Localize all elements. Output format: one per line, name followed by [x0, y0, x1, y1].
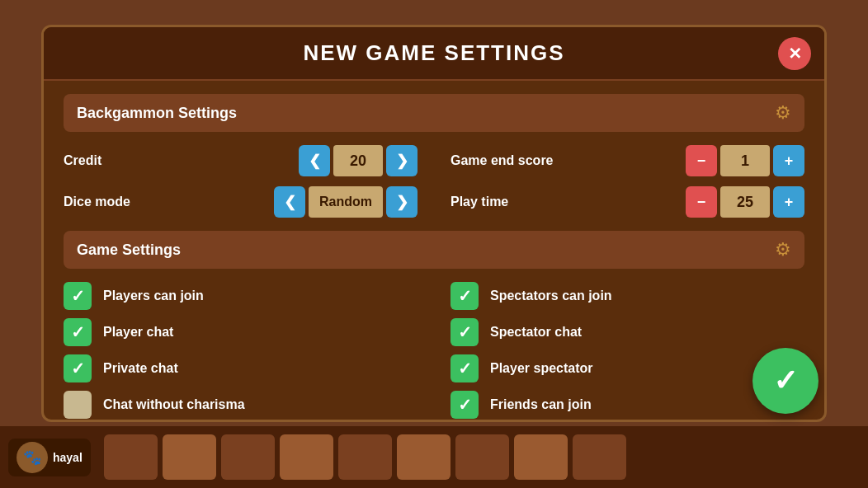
checkbox-3[interactable]: ✓: [451, 318, 479, 346]
checkbox-row: ✓Players can join: [64, 282, 417, 310]
checkbox-row: ✓Spectators can join: [451, 282, 804, 310]
dice-mode-decrease-button[interactable]: ❮: [274, 186, 305, 218]
checkmark-icon: ✓: [71, 359, 85, 378]
checkbox-row: ✓Friends can join: [451, 391, 804, 419]
confirm-button[interactable]: ✓: [752, 348, 818, 414]
avatar: 🐾: [17, 442, 48, 473]
slot-2: [163, 434, 216, 480]
username: hayal: [53, 451, 83, 464]
checkbox-row: ✓Player chat: [64, 318, 417, 346]
checkbox-7[interactable]: ✓: [451, 391, 479, 419]
slot-1: [104, 434, 158, 480]
play-time-row: Play time − 25 +: [451, 186, 804, 218]
dice-mode-value: Random: [309, 186, 383, 218]
checkbox-row: ✓Private chat: [64, 354, 417, 382]
play-time-controls: − 25 +: [686, 186, 804, 218]
checkbox-label: Player spectator: [490, 361, 593, 376]
checkbox-row: ✓Spectator chat: [451, 318, 804, 346]
play-time-increase-button[interactable]: +: [773, 186, 804, 218]
checkbox-label: Spectators can join: [490, 289, 612, 303]
checkmark-icon: ✓: [458, 395, 472, 415]
slot-6: [397, 434, 451, 480]
modal-header: NEW GAME SETTINGS ✕: [44, 27, 824, 81]
close-button[interactable]: ✕: [778, 37, 811, 70]
game-settings-checkboxes: ✓Players can join✓Spectators can join✓Pl…: [64, 282, 804, 419]
game-end-score-row: Game end score − 1 +: [451, 145, 804, 176]
checkbox-row: ✓Player spectator: [451, 354, 804, 382]
game-settings-header: Game Settings ⚙: [64, 231, 804, 269]
play-time-value: 25: [720, 186, 770, 218]
checkmark-icon: ✓: [458, 359, 472, 378]
dice-mode-row: Dice mode ❮ Random ❯: [64, 186, 417, 218]
checkbox-5[interactable]: ✓: [451, 354, 479, 382]
slot-3: [221, 434, 275, 480]
game-end-score-value: 1: [720, 145, 770, 176]
game-settings-section-title: Game Settings: [77, 242, 181, 259]
checkbox-row: Chat without charisma: [64, 391, 417, 419]
game-end-score-decrease-button[interactable]: −: [686, 145, 717, 176]
checkbox-label: Players can join: [103, 289, 204, 303]
backgammon-section-title: Backgammon Settings: [77, 105, 237, 122]
checkbox-label: Friends can join: [490, 397, 592, 412]
checkbox-label: Spectator chat: [490, 325, 582, 340]
credit-decrease-button[interactable]: ❮: [299, 145, 330, 176]
slot-8: [514, 434, 568, 480]
game-end-score-label: Game end score: [451, 153, 554, 168]
credit-increase-button[interactable]: ❯: [386, 145, 417, 176]
modal-title: NEW GAME SETTINGS: [303, 40, 564, 65]
game-settings-modal: NEW GAME SETTINGS ✕ Backgammon Settings …: [41, 25, 827, 422]
play-time-label: Play time: [451, 195, 533, 209]
bottom-slots: [104, 434, 626, 480]
backgammon-settings-grid: Credit ❮ 20 ❯ Game end score − 1 + Dice …: [64, 145, 804, 218]
slot-4: [280, 434, 333, 480]
checkbox-0[interactable]: ✓: [64, 282, 92, 310]
checkbox-label: Player chat: [103, 325, 173, 340]
backgammon-settings-header: Backgammon Settings ⚙: [64, 94, 804, 132]
checkmark-icon: ✓: [458, 286, 472, 306]
dice-mode-controls: ❮ Random ❯: [274, 186, 417, 218]
dice-mode-increase-button[interactable]: ❯: [386, 186, 417, 218]
checkmark-icon: ✓: [458, 322, 472, 342]
checkbox-6[interactable]: [64, 391, 92, 419]
dice-mode-label: Dice mode: [64, 195, 146, 209]
bottom-bar: 🐾 hayal: [0, 426, 868, 488]
credit-label: Credit: [64, 153, 146, 168]
user-info: 🐾 hayal: [8, 439, 91, 476]
slot-9: [573, 434, 626, 480]
credit-row: Credit ❮ 20 ❯: [64, 145, 417, 176]
game-end-score-increase-button[interactable]: +: [773, 145, 804, 176]
slot-7: [455, 434, 509, 480]
checkbox-2[interactable]: ✓: [64, 318, 92, 346]
play-time-decrease-button[interactable]: −: [686, 186, 717, 218]
checkbox-label: Private chat: [103, 361, 178, 376]
game-settings-gear-icon: ⚙: [775, 239, 791, 260]
checkbox-1[interactable]: ✓: [451, 282, 479, 310]
modal-body: Backgammon Settings ⚙ Credit ❮ 20 ❯ Game…: [44, 81, 824, 422]
credit-value: 20: [333, 145, 383, 176]
checkbox-4[interactable]: ✓: [64, 354, 92, 382]
slot-5: [338, 434, 392, 480]
confirm-check-icon: ✓: [773, 364, 798, 398]
checkmark-icon: ✓: [71, 322, 85, 342]
credit-controls: ❮ 20 ❯: [299, 145, 417, 176]
checkbox-label: Chat without charisma: [103, 397, 245, 412]
game-end-score-controls: − 1 +: [686, 145, 804, 176]
backgammon-gear-icon: ⚙: [775, 102, 791, 124]
checkmark-icon: ✓: [71, 286, 85, 306]
